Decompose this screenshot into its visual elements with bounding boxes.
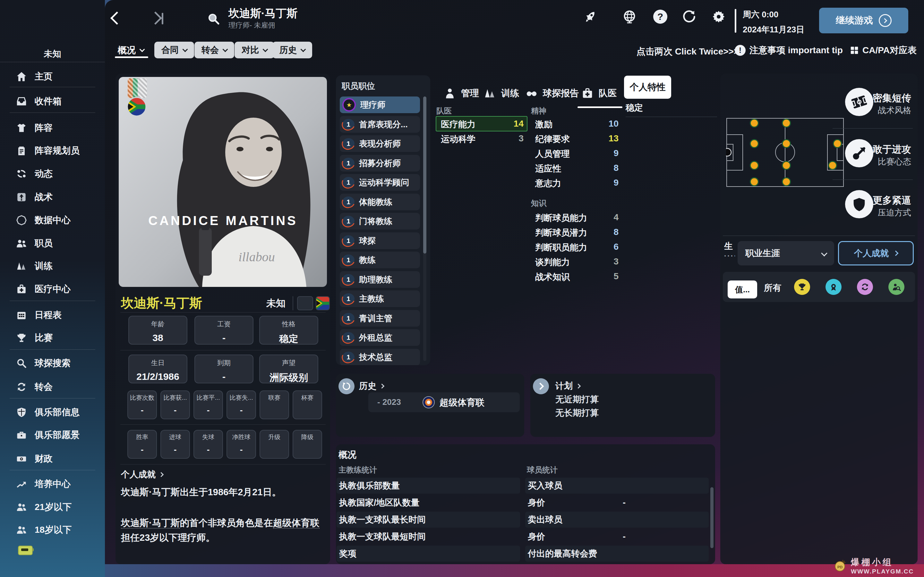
nation-flag-small-icon [316, 296, 330, 310]
settings-button[interactable] [712, 10, 726, 24]
role-item[interactable]: 1外租总监 [340, 329, 420, 346]
search-button[interactable] [207, 12, 220, 27]
tab-compare[interactable]: 对比 [234, 42, 274, 58]
filter-scouting-button[interactable] [888, 279, 905, 295]
attr-value: 3 [596, 256, 619, 267]
refresh-icon [682, 10, 696, 24]
achievement-filter-bar: 值... 所有 [723, 272, 915, 302]
sidebar-item-label: 主页 [35, 71, 53, 83]
sidebar-item-transfers[interactable]: 转会 [0, 378, 105, 396]
sidebar-item-label: 阵容 [35, 122, 53, 134]
role-item[interactable]: 1门将教练 [340, 213, 420, 229]
svg-text:PD: PD [837, 565, 843, 569]
sidebar-item-training[interactable]: 训练 [0, 257, 105, 275]
bio-club-link[interactable]: 超级体育联 [273, 518, 320, 529]
overview-right-header: 球员统计 [527, 465, 557, 475]
career-dropdown[interactable]: 职业生涯 [738, 241, 834, 266]
sidebar-item-club-vision[interactable]: 俱乐部愿景 [0, 426, 105, 444]
personal-achievements-link[interactable]: 个人成就 [121, 469, 163, 480]
bio-name-link[interactable]: 坎迪斯·马丁斯 [121, 518, 180, 529]
stat-box: 杯赛 [292, 390, 322, 419]
sidebar-item-label: 转会 [35, 381, 53, 393]
tab-history-label: 历史 [279, 44, 297, 56]
sidebar-item-under18[interactable]: 18岁以下 [0, 521, 105, 539]
tab-history[interactable]: 历史 [272, 42, 312, 58]
role-item[interactable]: 1表现分析师 [340, 135, 420, 152]
role-item[interactable]: 1教练 [340, 251, 420, 268]
filter-value-button[interactable]: 值... [728, 280, 757, 298]
sidebar-item-schedule[interactable]: 日程表 [0, 306, 105, 324]
profile-panel: illabou CANDICE MARTINS [115, 74, 330, 564]
detail-tab-personal-traits[interactable]: 个人特性 [624, 76, 671, 99]
personal-achievements-button[interactable]: 个人成就 [838, 241, 914, 266]
sidebar-item-label: 财政 [35, 453, 53, 465]
mentality-icon [845, 139, 873, 167]
back-button[interactable] [112, 13, 121, 24]
filter-all-button[interactable]: 所有 [764, 282, 781, 293]
sidebar-item-competitions[interactable]: 比赛 [0, 329, 105, 347]
detail-tab-training[interactable]: 训练 [484, 87, 519, 99]
sidebar-item-inbox[interactable]: 收件箱 [0, 92, 105, 110]
history-row[interactable]: - 2023 超级体育联 [368, 392, 520, 412]
capa-table-button[interactable]: CA/PA对应表 [850, 44, 917, 56]
sidebar-item-squad-planner[interactable]: 阵容规划员 [0, 142, 105, 160]
plan-circle-button[interactable] [533, 378, 549, 394]
sidebar-item-staff[interactable]: 职员 [0, 234, 105, 252]
youth-team-icon [16, 524, 27, 535]
formation-pitch [726, 118, 844, 187]
world-button[interactable] [622, 10, 636, 24]
overview-row: 身价- [528, 495, 708, 511]
quickflicks-button[interactable] [583, 10, 598, 24]
detail-tab-team-doctor[interactable]: 队医 [582, 87, 617, 99]
photo-kit-pattern-badge [128, 78, 147, 98]
sidebar-item-medical-centre[interactable]: 医疗中心 [0, 280, 105, 298]
filter-transfers-button[interactable] [857, 279, 873, 295]
role-item-physio[interactable]: ★ 理疗师 [340, 97, 420, 113]
role-item[interactable]: 1技术总监 [340, 349, 420, 365]
sidebar-item-data-hub[interactable]: 数据中心 [0, 211, 105, 229]
sidebar-item-club-info[interactable]: 俱乐部信息 [0, 403, 105, 421]
sidebar-item-scouting[interactable]: 球探搜索 [0, 354, 105, 372]
staff-scrollbar-thumb[interactable] [423, 97, 426, 253]
role-item[interactable]: 1运动科学顾问 [340, 174, 420, 191]
history-link[interactable]: 历史 [359, 380, 384, 392]
history-circle-button[interactable] [338, 378, 355, 394]
sidebar-item-home[interactable]: 主页 [0, 68, 105, 85]
briefcase-icon [16, 430, 27, 440]
tab-transfer[interactable]: 转会 [194, 42, 234, 58]
filter-trophies-button[interactable] [794, 279, 810, 295]
sidebar-item-label: 18岁以下 [35, 524, 71, 536]
sidebar-item-squad[interactable]: 阵容 [0, 119, 105, 137]
attr-label: 纪律要求 [535, 133, 570, 145]
sidebar-item-dynamics[interactable]: 动态 [0, 165, 105, 183]
sidebar-item-development-centre[interactable]: 培养中心 [0, 475, 105, 493]
role-item[interactable]: 1体能教练 [340, 193, 420, 210]
sidebar-item-label: 动态 [35, 168, 53, 180]
sync-button[interactable] [682, 10, 696, 24]
role-item[interactable]: 1主教练 [340, 290, 420, 307]
role-item[interactable]: 1球探 [340, 232, 420, 249]
binoculars-icon [525, 87, 538, 99]
detail-tab-scout-report[interactable]: 球探报告 [525, 87, 579, 99]
role-item[interactable]: 1助理教练 [340, 271, 420, 288]
role-item[interactable]: 1首席表现分... [340, 116, 420, 133]
continue-game-button[interactable]: 继续游戏 [819, 8, 908, 33]
overview-row: 卖出球员 [528, 512, 708, 528]
tab-contract[interactable]: 合同 [154, 42, 194, 58]
sidebar-item-label: 俱乐部愿景 [35, 429, 79, 441]
tab-overview[interactable]: 概况 [118, 44, 144, 56]
game-date: 周六 0:00 2024年11月23日 [743, 9, 804, 35]
sidebar-item-finances[interactable]: 财政 [0, 450, 105, 468]
plan-link[interactable]: 计划 [556, 380, 580, 392]
detail-tab-manage[interactable]: 管理 [444, 87, 479, 99]
forward-button[interactable] [151, 13, 160, 24]
sidebar-item-tactics[interactable]: 战术 [0, 188, 105, 206]
sidebar-item-under21[interactable]: 21岁以下 [0, 498, 105, 516]
role-item[interactable]: 1招募分析师 [340, 155, 420, 171]
filter-medals-button[interactable] [825, 279, 842, 295]
overview-scrollbar-thumb[interactable] [710, 487, 714, 548]
staff-photo: illabou CANDICE MARTINS [119, 77, 327, 287]
attr-label: 判断球员能力 [535, 212, 587, 224]
role-item[interactable]: 1青训主管 [340, 310, 420, 327]
help-button[interactable]: ? [653, 10, 667, 24]
